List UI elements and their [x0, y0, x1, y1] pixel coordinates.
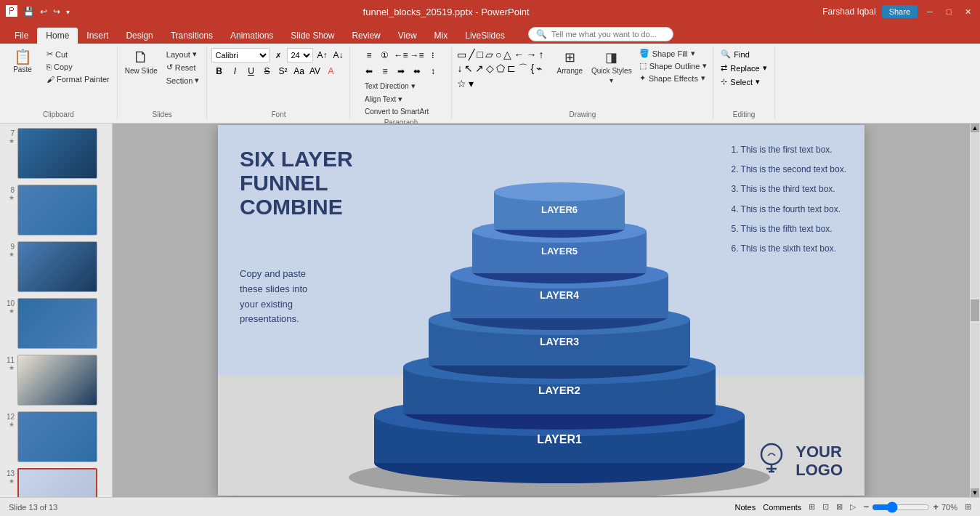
shape8-icon[interactable]: ☆ [456, 77, 467, 90]
close-icon[interactable]: ✕ [961, 5, 974, 18]
arrow4-icon[interactable]: ↓ [456, 62, 463, 76]
tab-transitions[interactable]: Transitions [162, 28, 222, 44]
rect2-icon[interactable]: □ [476, 48, 483, 61]
arrow1-icon[interactable]: ← [513, 48, 525, 61]
replace-button[interactable]: ⇄ Replace ▾ [718, 62, 769, 74]
slide-thumb-8[interactable]: 8 ★ [3, 183, 109, 237]
text-shadow-button[interactable]: S² [275, 64, 290, 78]
more-shapes-icon[interactable]: ▾ [468, 77, 474, 90]
underline-button[interactable]: U [243, 64, 258, 78]
minimize-icon[interactable]: ─ [923, 5, 936, 18]
tab-insert[interactable]: Insert [78, 28, 117, 44]
scroll-up-button[interactable]: ▲ [971, 124, 979, 132]
tab-animations[interactable]: Animations [222, 28, 282, 44]
format-painter-button[interactable]: 🖌 Format Painter [44, 73, 113, 85]
shape4-icon[interactable]: ⊏ [506, 62, 517, 76]
zoom-in-button[interactable]: + [933, 501, 939, 512]
text-direction-button[interactable]: Text Direction ▾ [362, 80, 440, 92]
scroll-thumb[interactable] [971, 299, 979, 321]
right-scrollbar[interactable]: ▲ ▼ [970, 124, 980, 497]
shape1-icon[interactable]: △ [503, 48, 512, 61]
font-size-select[interactable]: 24 [287, 48, 313, 63]
slide-thumb-10[interactable]: 10 ★ [3, 297, 109, 350]
shape6-icon[interactable]: { [530, 62, 535, 76]
columns-button[interactable]: ⫶ [426, 48, 440, 63]
tab-slideshow[interactable]: Slide Show [282, 28, 343, 44]
align-right-button[interactable]: ➡ [394, 64, 408, 78]
select-button[interactable]: ⊹ Select ▾ [718, 76, 769, 88]
customize-icon[interactable]: ▾ [66, 8, 70, 16]
decrease-indent-button[interactable]: ←≡ [394, 48, 408, 63]
numbering-button[interactable]: ① [378, 48, 392, 63]
shape3-icon[interactable]: ⬠ [495, 62, 506, 76]
redo-icon[interactable]: ↪ [53, 7, 60, 17]
view-slide-icon[interactable]: ⊡ [822, 502, 829, 512]
slide-canvas[interactable]: SIX LAYER FUNNEL COMBINE Copy and pastet… [218, 125, 864, 496]
slide-thumb-13[interactable]: 13 ★ [3, 467, 109, 497]
slide-thumb-11[interactable]: 11 ★ [3, 353, 109, 407]
slide-thumb-7[interactable]: 7 ★ [3, 126, 109, 180]
reset-button[interactable]: ↺ Reset [163, 61, 203, 73]
tab-file[interactable]: File [6, 28, 37, 44]
share-button[interactable]: Share [882, 5, 918, 18]
bold-button[interactable]: B [211, 64, 226, 78]
shape-fill-button[interactable]: 🪣 Shape Fill ▾ [638, 48, 709, 59]
arrow3-icon[interactable]: ↑ [538, 48, 544, 61]
tab-liveslides[interactable]: LiveSlides [456, 28, 514, 44]
char-spacing-button[interactable]: AV [307, 64, 322, 78]
justify-button[interactable]: ⬌ [410, 64, 424, 78]
font-name-select[interactable]: Calibri [211, 48, 270, 63]
view-reading-icon[interactable]: ⊠ [836, 502, 843, 512]
line-icon[interactable]: ╱ [468, 48, 475, 61]
cut-button[interactable]: ✂ Cut [44, 48, 113, 60]
font-size-increase-button[interactable]: A↑ [315, 48, 329, 63]
tab-review[interactable]: Review [343, 28, 389, 44]
slide-subtitle[interactable]: Copy and pastethese slides intoyour exis… [240, 267, 307, 327]
ellipse-icon[interactable]: ○ [495, 48, 502, 61]
slide-title[interactable]: SIX LAYER FUNNEL COMBINE [240, 147, 353, 219]
arrow2-icon[interactable]: → [525, 48, 537, 61]
align-text-button[interactable]: Align Text ▾ [362, 93, 440, 105]
convert-smartart-button[interactable]: Convert to SmartArt [362, 106, 440, 117]
shape-effects-button[interactable]: ✦ Shape Effects ▾ [638, 73, 709, 84]
copy-button[interactable]: ⎘ Copy [44, 61, 113, 73]
zoom-slider[interactable] [872, 502, 930, 512]
shape2-icon[interactable]: ◇ [485, 62, 495, 76]
restore-icon[interactable]: □ [942, 5, 955, 18]
find-button[interactable]: 🔍 Find [718, 48, 769, 60]
view-presentation-icon[interactable]: ▷ [850, 502, 856, 512]
arrow5-icon[interactable]: ↖ [463, 62, 474, 76]
slide-thumb-12[interactable]: 12 ★ [3, 410, 109, 464]
tab-design[interactable]: Design [117, 28, 161, 44]
arrow6-icon[interactable]: ↗ [474, 62, 485, 76]
new-slide-button[interactable]: 🗋 New Slide [122, 48, 161, 76]
quick-styles-button[interactable]: ◨ Quick Styles ▾ [588, 48, 635, 86]
undo-icon[interactable]: ↩ [40, 7, 47, 17]
slide-thumb-9[interactable]: 9 ★ [3, 240, 109, 294]
rect3-icon[interactable]: ▱ [485, 48, 494, 61]
tab-mix[interactable]: Mix [426, 28, 457, 44]
zoom-out-button[interactable]: − [863, 501, 869, 512]
arrange-button[interactable]: ⊞ Arrange [554, 48, 586, 76]
bullets-button[interactable]: ≡ [362, 48, 376, 63]
fit-slide-icon[interactable]: ⊞ [965, 502, 971, 512]
view-normal-icon[interactable]: ⊞ [809, 502, 815, 512]
tab-view[interactable]: View [389, 28, 426, 44]
shape7-icon[interactable]: ⌁ [535, 62, 543, 76]
rect-icon[interactable]: ▭ [456, 48, 467, 61]
scroll-down-button[interactable]: ▼ [971, 488, 979, 497]
tell-me-input[interactable] [551, 30, 665, 39]
align-center-button[interactable]: ≡ [378, 64, 392, 78]
comments-button[interactable]: Comments [763, 503, 801, 512]
tab-home[interactable]: Home [37, 28, 78, 44]
font-clear-button[interactable]: ✗ [271, 48, 286, 63]
font-size-decrease-button[interactable]: A↓ [331, 48, 345, 63]
shape5-icon[interactable]: ⌒ [517, 62, 529, 76]
font-color-button[interactable]: A [323, 64, 338, 78]
italic-button[interactable]: I [227, 64, 242, 78]
section-button[interactable]: Section ▾ [163, 74, 203, 86]
strikethrough-button[interactable]: S [259, 64, 274, 78]
save-icon[interactable]: 💾 [23, 7, 34, 17]
layout-button[interactable]: Layout ▾ [163, 48, 203, 60]
align-left-button[interactable]: ⬅ [362, 64, 376, 78]
